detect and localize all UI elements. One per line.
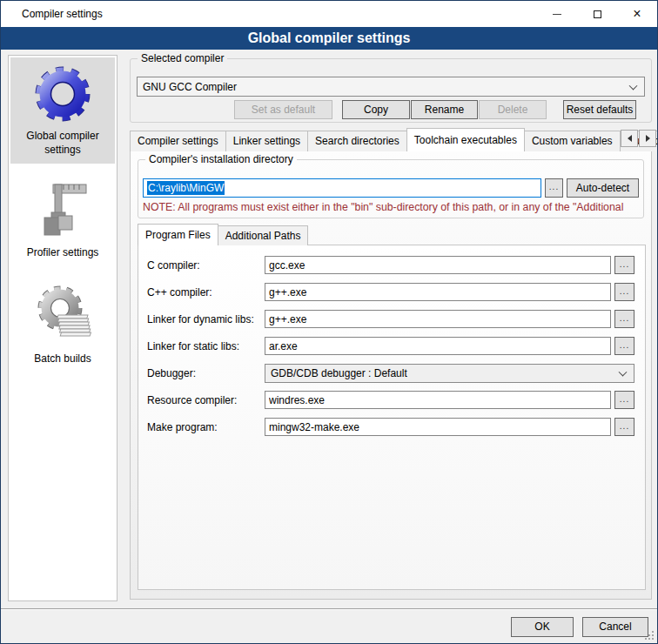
linker-dynamic-input[interactable] (265, 310, 611, 328)
debugger-value: GDB/CDB debugger : Default (271, 367, 407, 379)
title-bar[interactable]: Compiler settings × (1, 1, 657, 27)
tab-linker-settings[interactable]: Linker settings (225, 131, 308, 151)
selected-compiler-value: GNU GCC Compiler (143, 81, 237, 93)
chevron-down-icon (619, 368, 628, 377)
tab-compiler-settings[interactable]: Compiler settings (130, 131, 226, 151)
ok-button[interactable]: OK (511, 617, 574, 637)
window-controls: × (537, 1, 657, 27)
tab-custom-variables[interactable]: Custom variables (524, 131, 621, 151)
program-files-panel: C compiler: ... C++ compiler: ... Linker… (138, 245, 646, 590)
cpp-compiler-input[interactable] (265, 283, 611, 301)
sidebar-item-label: Batch builds (10, 352, 115, 366)
field-label-make-program: Make program: (147, 421, 218, 433)
sidebar-item-global-compiler-settings[interactable]: Global compiler settings (10, 57, 115, 164)
gear-stack-icon (34, 282, 91, 348)
rename-button[interactable]: Rename (411, 100, 478, 119)
chevron-down-icon (629, 81, 638, 90)
minimize-icon (553, 14, 561, 15)
field-label-cpp-compiler: C++ compiler: (147, 286, 212, 299)
linker-dynamic-browse-button[interactable]: ... (614, 310, 634, 328)
program-files-tabs: Program Files Additional Paths (138, 224, 307, 245)
resource-compiler-browse-button[interactable]: ... (614, 391, 634, 409)
c-compiler-input[interactable] (265, 256, 611, 274)
selected-compiler-dropdown[interactable]: GNU GCC Compiler (137, 77, 645, 97)
close-button[interactable]: × (617, 1, 657, 27)
field-label-debugger: Debugger: (147, 367, 196, 379)
minimize-button[interactable] (537, 1, 577, 27)
maximize-button[interactable] (577, 1, 617, 27)
sidebar-item-label: Profiler settings (10, 245, 115, 259)
cpp-compiler-browse-button[interactable]: ... (614, 283, 634, 301)
page-title: Global compiler settings (1, 27, 657, 50)
set-as-default-button[interactable]: Set as default (234, 100, 332, 119)
resource-compiler-input[interactable] (265, 391, 611, 409)
field-label-linker-dynamic: Linker for dynamic libs: (147, 313, 254, 325)
cancel-button[interactable]: Cancel (582, 617, 648, 637)
tab-search-directories[interactable]: Search directories (307, 131, 407, 151)
installation-directory-input[interactable]: C:\raylib\MinGW (143, 178, 541, 198)
field-label-resource-compiler: Resource compiler: (147, 394, 237, 406)
reset-defaults-button[interactable]: Reset defaults (563, 100, 636, 119)
field-label-c-compiler: C compiler: (147, 259, 200, 272)
make-program-browse-button[interactable]: ... (614, 418, 634, 436)
selected-compiler-group-label: Selected compiler (138, 52, 227, 64)
tab-scroll-left-button[interactable] (621, 130, 638, 147)
subtab-additional-paths[interactable]: Additional Paths (218, 225, 309, 245)
sidebar-item-batch-builds[interactable]: Batch builds (10, 275, 115, 364)
auto-detect-button[interactable]: Auto-detect (567, 178, 639, 198)
installation-directory-group-label: Compiler's installation directory (145, 153, 297, 165)
arrow-right-icon (646, 135, 654, 142)
close-icon: × (633, 7, 641, 21)
sidebar-item-label: Global compiler settings (10, 129, 115, 157)
arrow-left-icon (624, 135, 632, 142)
c-compiler-browse-button[interactable]: ... (614, 256, 634, 274)
sidebar-item-profiler-settings[interactable]: Profiler settings (10, 172, 115, 259)
settings-category-sidebar: Global compiler settings Profiler settin… (8, 55, 118, 601)
blue-gear-icon (34, 64, 91, 125)
debugger-dropdown[interactable]: GDB/CDB debugger : Default (265, 364, 634, 383)
installation-directory-note: NOTE: All programs must exist either in … (143, 201, 641, 213)
installation-directory-browse-button[interactable]: ... (545, 178, 563, 198)
subtab-program-files[interactable]: Program Files (138, 224, 218, 245)
make-program-input[interactable] (265, 418, 611, 436)
linker-static-input[interactable] (265, 337, 611, 355)
compiler-settings-dialog: Compiler settings × Global compiler sett… (0, 0, 658, 644)
tab-toolchain-executables[interactable]: Toolchain executables (406, 128, 525, 151)
window-title: Compiler settings (22, 1, 103, 27)
tab-scroll-right-button[interactable] (639, 130, 656, 147)
linker-static-browse-button[interactable]: ... (614, 337, 634, 355)
delete-button[interactable]: Delete (479, 100, 547, 119)
maximize-icon (594, 10, 601, 18)
resize-grip[interactable] (652, 638, 654, 640)
installation-directory-value: C:\raylib\MinGW (147, 181, 225, 195)
copy-button[interactable]: Copy (342, 100, 410, 119)
field-label-linker-static: Linker for static libs: (147, 340, 239, 352)
compiler-settings-tabs: Compiler settings Linker settings Search… (130, 128, 658, 151)
footer-divider (1, 608, 657, 610)
caliper-icon (34, 179, 91, 242)
